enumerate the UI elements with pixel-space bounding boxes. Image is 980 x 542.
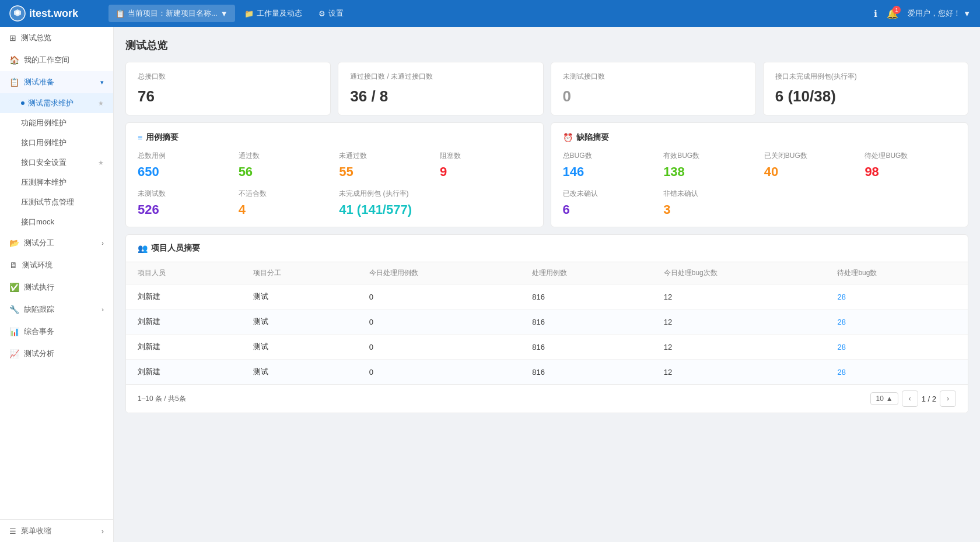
- sidebar-label-stress-node: 压测试节点管理: [21, 197, 74, 207]
- sidebar-item-stress-node[interactable]: 压测试节点管理: [0, 192, 113, 212]
- pin-icon: ★: [98, 100, 104, 107]
- col-header-pending-bugs: 待处理bug数: [825, 262, 968, 284]
- next-page-button[interactable]: ›: [940, 390, 956, 407]
- collapse-icon: ☰: [9, 527, 16, 536]
- sidebar-item-test-overview[interactable]: ⊞ 测试总览: [0, 27, 113, 49]
- info-button[interactable]: ℹ: [874, 8, 877, 19]
- user-label: 爱用户，您好！: [908, 8, 961, 19]
- sidebar-item-test-prep[interactable]: 📋 测试准备 ▾: [0, 71, 113, 93]
- stat-card-incomplete-apis: 接口未完成用例包(执行率) 6 (10/38): [763, 62, 968, 115]
- case-na: 不适合数 4: [239, 189, 330, 217]
- members-summary-card: 👥 项目人员摘要 项目人员 项目分工 今日处理用例数 处理用例数 今日处理bug…: [125, 234, 968, 413]
- sidebar-label-test-exec: 测试执行: [24, 282, 54, 293]
- env-icon: 🖥: [9, 261, 18, 270]
- stat-card-pass-fail-apis: 通过接口数 / 未通过接口数 36 / 8: [338, 62, 543, 115]
- member-pending-bugs[interactable]: 28: [825, 360, 968, 385]
- sidebar-item-api-mock[interactable]: 接口mock: [0, 212, 113, 232]
- project-icon: 📋: [116, 9, 125, 18]
- member-name: 刘新建: [126, 335, 242, 360]
- general-icon: 📊: [9, 327, 19, 336]
- member-today-bugs: 12: [652, 360, 826, 385]
- sidebar-item-api-case[interactable]: 接口用例维护: [0, 133, 113, 153]
- member-today-bugs: 12: [652, 335, 826, 360]
- table-row: 刘新建 测试 0 816 12 28: [126, 284, 968, 309]
- case-total: 总数用例 650: [138, 151, 229, 180]
- members-icon: 👥: [138, 244, 148, 253]
- sidebar-item-test-env[interactable]: 🖥 测试环境: [0, 254, 113, 276]
- sidebar-label-test-overview: 测试总览: [21, 33, 51, 43]
- member-today-cases: 0: [358, 335, 521, 360]
- page-title: 测试总览: [125, 38, 968, 52]
- stat-value-0: 76: [138, 87, 318, 105]
- collapse-arrow-icon: ›: [102, 527, 104, 536]
- sidebar-item-test-exec[interactable]: ✅ 测试执行: [0, 276, 113, 298]
- member-pending-bugs[interactable]: 28: [825, 335, 968, 360]
- sidebar-item-stress-script[interactable]: 压测脚本维护: [0, 173, 113, 192]
- sidebar-collapse-button[interactable]: ☰ 菜单收缩 ›: [0, 519, 113, 542]
- chevron-down-icon: ▾: [100, 79, 104, 86]
- prev-page-button[interactable]: ‹: [902, 390, 918, 407]
- table-row: 刘新建 测试 0 816 12 28: [126, 335, 968, 360]
- settings-icon: ⚙: [318, 9, 326, 18]
- summary-row: ≡ 用例摘要 总数用例 650 通过数 56 未通过数 55: [125, 122, 968, 227]
- sidebar-item-analysis[interactable]: 📈 测试分析: [0, 343, 113, 365]
- nav-workload[interactable]: 📁 工作量及动态: [237, 5, 309, 22]
- col-header-role: 项目分工: [242, 262, 357, 284]
- top-nav-right: ℹ 🔔 1 爱用户，您好！ ▼: [874, 8, 971, 19]
- bug-summary-grid: 总BUG数 146 有效BUG数 138 已关闭BUG数 40 待处理BUG数 …: [563, 151, 957, 217]
- analysis-icon: 📈: [9, 349, 19, 358]
- user-menu[interactable]: 爱用户，您好！ ▼: [908, 8, 971, 19]
- main-content: 测试总览 总接口数 76 通过接口数 / 未通过接口数 36 / 8 未测试接口…: [114, 27, 980, 542]
- member-role: 测试: [242, 335, 357, 360]
- nav-current-project[interactable]: 📋 当前项目：新建项目名称... ▼: [108, 5, 235, 22]
- stat-value-2: 0: [563, 87, 744, 105]
- exec-icon: ✅: [9, 283, 19, 292]
- stat-label-2: 未测试接口数: [563, 72, 744, 82]
- case-summary-title: ≡ 用例摘要: [138, 132, 531, 143]
- bug-total: 总BUG数 146: [563, 151, 654, 180]
- sidebar-label-workspace: 我的工作空间: [24, 55, 69, 65]
- case-pass: 通过数 56: [239, 151, 330, 180]
- sidebar-item-test-division[interactable]: 📂 测试分工 ›: [0, 232, 113, 254]
- workload-icon: 📁: [244, 9, 254, 18]
- sidebar-label-api-mock: 接口mock: [21, 217, 54, 227]
- bug-summary-card: ⏰ 缺陷摘要 总BUG数 146 有效BUG数 138 已关闭BUG数 40: [551, 122, 969, 227]
- page-size-chevron-icon: ▲: [886, 395, 893, 403]
- stat-label-0: 总接口数: [138, 72, 318, 82]
- division-icon: 📂: [9, 238, 19, 248]
- sidebar-item-defect-track[interactable]: 🔧 缺陷跟踪 ›: [0, 298, 113, 321]
- bug-fixed-unconfirmed: 已改未确认 6: [563, 189, 654, 217]
- member-pending-bugs[interactable]: 28: [825, 309, 968, 335]
- sidebar-item-test-req-maint[interactable]: 测试需求维护 ★: [0, 93, 113, 113]
- stat-value-3: 6 (10/38): [775, 87, 956, 105]
- workspace-icon: 🏠: [9, 55, 19, 65]
- member-today-bugs: 12: [652, 284, 826, 309]
- sidebar-item-api-security[interactable]: 接口安全设置 ★: [0, 153, 113, 173]
- svg-point-1: [16, 11, 19, 15]
- current-project-label: 当前项目：新建项目名称...: [128, 8, 218, 19]
- member-today-cases: 0: [358, 284, 521, 309]
- member-total-cases: 816: [520, 284, 652, 309]
- bug-pending: 待处理BUG数 98: [864, 151, 956, 180]
- page-size-selector[interactable]: 10 ▲: [870, 392, 898, 405]
- col-header-today-bugs: 今日处理bug次数: [652, 262, 826, 284]
- notification-button[interactable]: 🔔 1: [887, 8, 898, 19]
- member-total-cases: 816: [520, 309, 652, 335]
- case-summary-grid: 总数用例 650 通过数 56 未通过数 55 阻塞数 9: [138, 151, 531, 217]
- member-role: 测试: [242, 309, 357, 335]
- sidebar-item-workspace[interactable]: 🏠 我的工作空间: [0, 49, 113, 71]
- workload-label: 工作量及动态: [257, 8, 302, 19]
- case-blocked: 阻塞数 9: [440, 151, 531, 180]
- app-logo[interactable]: itest.work: [9, 5, 108, 22]
- sidebar-item-general[interactable]: 📊 综合事务: [0, 321, 113, 343]
- nav-settings[interactable]: ⚙ 设置: [312, 5, 351, 22]
- top-navigation: itest.work 📋 当前项目：新建项目名称... ▼ 📁 工作量及动态 ⚙…: [0, 0, 980, 27]
- pagination-controls: 10 ▲ ‹ 1 / 2 ›: [870, 390, 956, 407]
- member-today-cases: 0: [358, 360, 521, 385]
- member-pending-bugs[interactable]: 28: [825, 284, 968, 309]
- member-name: 刘新建: [126, 360, 242, 385]
- sidebar-item-func-case[interactable]: 功能用例维护: [0, 113, 113, 133]
- sidebar-label-test-req-maint: 测试需求维护: [28, 98, 74, 108]
- members-header: 👥 项目人员摘要: [126, 235, 968, 262]
- stat-card-untested-apis: 未测试接口数 0: [551, 62, 756, 115]
